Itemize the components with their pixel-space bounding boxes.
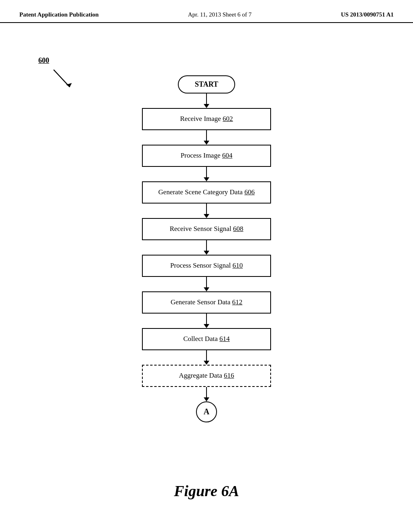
step-receive-sensor-label: Receive Sensor Signal 608 <box>170 225 244 233</box>
arrow-aggregate-to-connector <box>204 387 209 401</box>
step-process-sensor-label: Process Sensor Signal 610 <box>170 262 243 269</box>
arrow-generate-sensor-to-collect <box>204 314 209 328</box>
patent-number: US 2013/0090751 A1 <box>341 11 394 18</box>
figure-caption: Figure 6A <box>174 482 239 500</box>
step-receive-image-ref: 602 <box>223 115 233 123</box>
step-process-image: Process Image 604 <box>142 145 271 167</box>
step-generate-scene: Generate Scene Category Data 606 <box>142 181 271 204</box>
connector-a: A <box>196 401 217 422</box>
step-generate-sensor-ref: 612 <box>232 298 242 306</box>
step-aggregate-data: Aggregate Data 616 <box>142 365 271 387</box>
step-aggregate-data-ref: 616 <box>224 372 234 379</box>
step-generate-scene-ref: 606 <box>244 188 255 196</box>
arrow-process-sensor-to-generate-sensor <box>204 277 209 291</box>
start-node: START <box>178 75 235 94</box>
step-receive-sensor-ref: 608 <box>233 225 244 233</box>
step-generate-sensor: Generate Sensor Data 612 <box>142 291 271 314</box>
step-collect-data-label: Collect Data 614 <box>183 335 229 343</box>
step-aggregate-data-label: Aggregate Data 616 <box>179 372 234 379</box>
step-collect-data-ref: 614 <box>219 335 230 343</box>
arrow-collect-to-aggregate <box>204 350 209 365</box>
publication-date-sheet: Apr. 11, 2013 Sheet 6 of 7 <box>188 11 252 18</box>
step-collect-data: Collect Data 614 <box>142 328 271 350</box>
arrow-receive-to-process <box>204 130 209 145</box>
figure-arrow-indicator <box>52 68 76 91</box>
step-process-image-label: Process Image 604 <box>181 152 232 159</box>
step-process-sensor: Process Sensor Signal 610 <box>142 255 271 277</box>
arrow-receive-sensor-to-process-sensor <box>204 240 209 255</box>
page-header: Patent Application Publication Apr. 11, … <box>0 0 413 23</box>
step-receive-sensor: Receive Sensor Signal 608 <box>142 218 271 240</box>
step-process-sensor-ref: 610 <box>232 262 243 269</box>
arrow-generate-to-receive-sensor <box>204 204 209 218</box>
step-generate-scene-label: Generate Scene Category Data 606 <box>159 188 255 196</box>
publication-label: Patent Application Publication <box>19 11 99 18</box>
flowchart: START Receive Image 602 Process Image 60… <box>0 75 413 422</box>
figure-id-label: 600 <box>38 56 49 65</box>
step-process-image-ref: 604 <box>222 152 233 159</box>
connector-a-label: A <box>204 407 209 416</box>
step-receive-image-label: Receive Image 602 <box>180 115 233 123</box>
step-generate-sensor-label: Generate Sensor Data 612 <box>171 298 242 306</box>
arrow-start-to-receive <box>204 94 209 108</box>
step-receive-image: Receive Image 602 <box>142 108 271 130</box>
arrow-process-to-generate <box>204 167 209 181</box>
